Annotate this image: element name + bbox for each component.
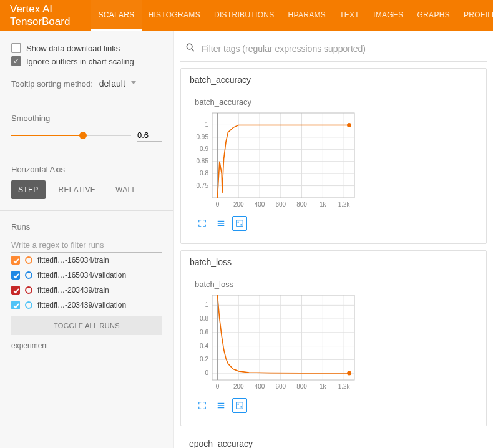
svg-text:0.9: 0.9 — [200, 145, 208, 152]
run-checkbox[interactable] — [11, 271, 20, 280]
chart-batch_loss[interactable]: 00.20.40.60.8102004006008001k1.2k — [190, 291, 358, 391]
horizontal-axis-buttons: STEPRELATIVEWALL — [11, 180, 162, 199]
sidebar: Show data download links Ignore outliers… — [0, 31, 174, 448]
tag-filter-input[interactable] — [200, 43, 482, 54]
svg-text:1k: 1k — [320, 201, 327, 208]
run-color-icon — [25, 301, 32, 309]
list-icon[interactable] — [213, 398, 228, 413]
show-download-label: Show data download links — [26, 44, 120, 53]
tooltip-sort-label: Tooltip sorting method: — [11, 79, 93, 89]
svg-text:0.8: 0.8 — [200, 315, 208, 322]
ignore-outliers-checkbox-row[interactable]: Ignore outliers in chart scaling — [11, 56, 162, 66]
chart-title: batch_loss — [195, 280, 477, 289]
svg-text:0.85: 0.85 — [197, 158, 209, 165]
run-color-icon — [25, 271, 32, 279]
expand-icon[interactable] — [195, 216, 210, 231]
panel-header[interactable]: batch_accuracy — [181, 69, 486, 91]
svg-text:0: 0 — [216, 383, 220, 390]
svg-text:0.8: 0.8 — [200, 170, 208, 177]
svg-point-65 — [347, 371, 351, 376]
ignore-outliers-label: Ignore outliers in chart scaling — [26, 57, 134, 66]
panel-batch_loss: batch_loss batch_loss 00.20.40.60.810200… — [180, 250, 487, 426]
panel-epoch_accuracy[interactable]: epoch_accuracy — [180, 432, 487, 448]
runs-label: Runs — [11, 222, 162, 231]
svg-point-36 — [241, 225, 242, 225]
list-icon[interactable] — [213, 216, 228, 231]
fit-icon[interactable] — [232, 398, 247, 413]
smoothing-label: Smoothing — [11, 114, 162, 123]
axis-relative-button[interactable]: RELATIVE — [52, 180, 103, 199]
tag-filter-row — [180, 36, 487, 62]
toggle-all-runs-button[interactable]: TOGGLE ALL RUNS — [11, 316, 162, 335]
tab-graphs[interactable]: GRAPHS — [410, 0, 456, 31]
tooltip-sort-select[interactable]: default — [98, 77, 137, 90]
show-download-checkbox[interactable] — [11, 43, 21, 53]
tab-histograms[interactable]: HISTOGRAMS — [142, 0, 207, 31]
svg-rect-28 — [212, 113, 354, 198]
panel-header[interactable]: epoch_accuracy — [180, 432, 487, 448]
show-download-checkbox-row[interactable]: Show data download links — [11, 43, 162, 53]
app-logo: Vertex AI TensorBoard — [10, 0, 76, 31]
svg-text:600: 600 — [275, 383, 286, 390]
svg-point-0 — [187, 44, 192, 49]
svg-text:0.75: 0.75 — [197, 182, 209, 189]
tab-images[interactable]: IMAGES — [366, 0, 410, 31]
app-header: Vertex AI TensorBoard SCALARSHISTOGRAMSD… — [0, 0, 493, 31]
svg-point-71 — [241, 407, 242, 407]
run-label: fittedfi…-165034/validation — [37, 271, 162, 280]
run-row[interactable]: fittedfi…-165034/validation — [11, 268, 162, 283]
run-row[interactable]: fittedfi…-203439/train — [11, 283, 162, 298]
svg-text:0.6: 0.6 — [200, 329, 208, 336]
run-color-icon — [25, 286, 32, 294]
tab-hparams[interactable]: HPARAMS — [281, 0, 333, 31]
main-content: batch_accuracy batch_accuracy 0.750.80.8… — [174, 31, 493, 448]
svg-text:1k: 1k — [320, 383, 327, 390]
ignore-outliers-checkbox[interactable] — [11, 56, 21, 66]
run-checkbox[interactable] — [11, 256, 20, 265]
svg-point-30 — [347, 123, 351, 127]
experiment-label: experiment — [11, 341, 162, 350]
runs-list: fittedfi…-165034/trainfittedfi…-165034/v… — [11, 253, 162, 313]
smoothing-value-input[interactable] — [137, 129, 162, 142]
svg-text:600: 600 — [275, 201, 286, 208]
tab-text[interactable]: TEXT — [333, 0, 366, 31]
svg-text:200: 200 — [233, 201, 244, 208]
chart-title: batch_accuracy — [195, 97, 477, 107]
chart-batch_accuracy[interactable]: 0.750.80.850.90.95102004006008001k1.2k — [190, 109, 358, 209]
svg-text:1.2k: 1.2k — [338, 201, 351, 208]
run-checkbox[interactable] — [11, 301, 20, 309]
tab-profile[interactable]: PROFILE — [457, 0, 493, 31]
svg-text:0.2: 0.2 — [200, 356, 208, 363]
run-label: fittedfi…-165034/train — [37, 256, 162, 265]
svg-rect-69 — [237, 402, 243, 409]
run-checkbox[interactable] — [11, 286, 20, 295]
header-tabs: SCALARSHISTOGRAMSDISTRIBUTIONSHPARAMSTEX… — [91, 0, 493, 31]
panel-header[interactable]: batch_loss — [181, 251, 486, 273]
search-icon — [185, 42, 195, 55]
smoothing-slider[interactable] — [11, 135, 131, 136]
expand-icon[interactable] — [195, 398, 210, 413]
svg-text:400: 400 — [255, 383, 265, 390]
svg-text:0: 0 — [205, 369, 208, 376]
svg-text:0.4: 0.4 — [200, 343, 208, 349]
tab-distributions[interactable]: DISTRIBUTIONS — [207, 0, 281, 31]
tab-scalars[interactable]: SCALARS — [91, 0, 141, 31]
svg-text:800: 800 — [296, 201, 307, 208]
axis-wall-button[interactable]: WALL — [109, 180, 143, 199]
fit-icon[interactable] — [232, 216, 247, 231]
svg-text:400: 400 — [255, 201, 265, 208]
runs-filter-input[interactable] — [11, 238, 162, 253]
svg-text:0: 0 — [216, 201, 220, 208]
svg-text:1.2k: 1.2k — [338, 383, 351, 390]
axis-step-button[interactable]: STEP — [11, 180, 46, 199]
run-label: fittedfi…-203439/validation — [37, 301, 162, 309]
svg-point-70 — [238, 404, 238, 404]
panel-batch_accuracy: batch_accuracy batch_accuracy 0.750.80.8… — [180, 68, 487, 244]
run-row[interactable]: fittedfi…-165034/train — [11, 253, 162, 268]
svg-text:800: 800 — [296, 383, 307, 390]
svg-text:1: 1 — [205, 301, 208, 308]
svg-point-35 — [238, 222, 238, 222]
horizontal-axis-label: Horizontal Axis — [11, 165, 162, 174]
svg-rect-63 — [212, 295, 354, 380]
run-row[interactable]: fittedfi…-203439/validation — [11, 298, 162, 313]
